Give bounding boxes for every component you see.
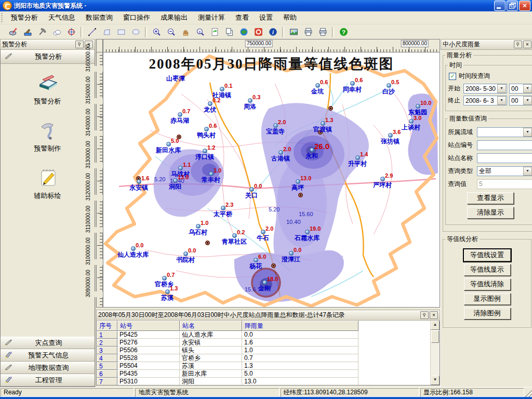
menu-item[interactable]: 成果输出 [155,11,193,24]
menu-item[interactable]: 测量计算 [193,11,230,24]
menu-item[interactable]: 设置 [254,11,278,24]
pin-icon[interactable] [75,41,84,48]
start-hour-select-value: 00 [510,85,523,92]
table-row[interactable]: 1P5425仙人造水库0.0 [97,331,431,339]
ellipse-icon[interactable] [129,25,142,38]
help-icon[interactable]: ? [337,25,350,38]
sidebar-section[interactable]: 灾点查询 [1,337,95,349]
table-row[interactable]: 5P5504苏溪1.3 [97,362,431,370]
map-title: 2008年05月30日降雨量等值线色斑图 [103,55,440,73]
station-rainfall-value: 0.5 [391,79,399,85]
rectangle-icon[interactable] [114,25,128,38]
column-header[interactable]: 序号 [97,321,117,331]
chevron-down-icon[interactable]: ▼ [523,167,532,176]
table-row[interactable]: 6P5435新田水库5.0 [97,370,431,378]
contour-button[interactable]: 显示图例 [464,293,511,305]
close-icon[interactable]: × [430,311,438,319]
contour-button[interactable]: 清除图例 [464,308,511,320]
station-name-label: 周洛 [227,102,273,111]
sidebar-header[interactable]: 预警分析 [1,50,95,64]
contour-button[interactable]: 等值线清除 [464,278,511,290]
pick-icon[interactable] [35,25,49,38]
contour-value-label: 15.60 [299,211,313,217]
target-icon[interactable] [64,25,78,38]
field-select-value: 全部 [477,167,523,176]
scroll-down-icon[interactable]: ▼ [431,376,440,385]
pan-icon[interactable] [179,25,192,38]
excavate-icon[interactable] [21,25,34,38]
column-header[interactable]: 站名 [180,321,242,331]
minimize-button[interactable] [494,1,506,11]
stop-icon[interactable] [251,25,265,38]
pin-icon[interactable] [514,41,522,48]
query-button[interactable]: 清除显示 [467,207,514,219]
copy-icon[interactable] [222,25,236,38]
refresh-icon[interactable] [208,25,221,38]
text-field[interactable] [477,140,532,150]
end-hour-select[interactable]: 00▼ [509,96,532,105]
station-rainfall-value: 3.6 [393,129,401,135]
radar-icon[interactable] [6,25,20,38]
station-name-label: 洞阳 [152,182,198,191]
info-icon[interactable]: i [266,25,280,38]
time-range-checkbox[interactable]: ✓ 时间段查询 [449,72,532,81]
zoom-in-icon[interactable] [150,25,163,38]
menu-item[interactable]: 预警分析 [6,11,43,24]
polygon-icon[interactable] [100,25,113,38]
checkbox-check-icon[interactable]: ✓ [449,73,456,80]
print2-icon[interactable] [316,25,329,38]
table-row[interactable]: 7P5310洞阳13.0 [97,378,431,385]
start-hour-select[interactable]: 00▼ [509,84,532,94]
resize-grip[interactable] [525,388,532,397]
table-cell: P5528 [117,354,180,362]
sidebar-section[interactable]: 工程管理 [1,374,95,387]
table-scrollbar[interactable]: ▲ ▼ [430,321,440,385]
column-header[interactable]: 站号 [117,321,180,331]
menu-item[interactable]: 数据查询 [81,11,118,24]
scroll-thumb[interactable] [431,330,439,343]
menu-item[interactable]: 查看 [230,11,254,24]
menu-grip[interactable] [1,13,5,22]
print-icon[interactable] [301,25,315,38]
sidebar-item[interactable]: 辅助标绘 [17,167,79,201]
sidebar-section[interactable]: 地理数据查询 [1,362,95,374]
status-ready: Ready [1,388,134,397]
chevron-down-icon[interactable]: ▼ [497,96,506,105]
contour-button[interactable]: 等值线显示 [464,264,511,276]
pin-icon[interactable] [420,311,429,319]
chevron-down-icon[interactable]: ▼ [497,84,506,93]
scroll-up-icon[interactable]: ▲ [431,321,440,330]
table-row[interactable]: 4P5528官桥乡0.7 [97,354,431,362]
chevron-down-icon[interactable]: ▼ [523,128,532,137]
contour-button[interactable]: 等值线设置 [464,249,511,261]
query-button[interactable]: 查看显示 [467,192,514,204]
table-row[interactable]: 3P5506镇头1.0 [97,347,431,354]
menu-item[interactable]: 天气信息 [43,11,81,24]
close-button[interactable]: × [519,1,530,11]
sidebar-section[interactable]: 预警天气信息 [1,349,95,362]
table-row[interactable]: 2P5276永安镇1.6 [97,339,431,347]
end-date-select[interactable]: 2008- 6- 3▼ [463,96,507,105]
line-icon[interactable] [85,25,99,38]
column-header[interactable]: 降雨量 [242,321,358,331]
sidebar-item[interactable]: 预警分析 [17,72,79,106]
field-select[interactable]: 全部▼ [477,166,532,176]
start-date-select[interactable]: 2008- 5-30▼ [463,84,507,94]
station-name-label: 白沙 [365,87,412,96]
menu-item[interactable]: 窗口操作 [118,11,155,24]
sidebar-item[interactable]: 预警制作 [17,119,79,153]
globe-icon[interactable] [237,25,250,38]
menu-item[interactable]: 帮助 [278,11,302,24]
field-select[interactable]: ▼ [477,127,532,137]
cloud-icon[interactable] [50,25,63,38]
chevron-down-icon[interactable]: ▼ [523,84,532,93]
close-icon[interactable]: × [523,41,531,48]
zoom-select-icon[interactable]: ± [193,25,207,38]
chevron-down-icon[interactable]: ▼ [523,96,532,105]
restore-button[interactable] [507,1,518,11]
zoom-out-icon[interactable] [164,25,178,38]
map-canvas[interactable]: 2008年05月30日降雨量等值线色斑图 5.2010.405.2015.601… [103,52,440,308]
text-field[interactable] [477,153,532,163]
image-icon[interactable] [287,25,300,38]
pen-icon [5,364,13,373]
